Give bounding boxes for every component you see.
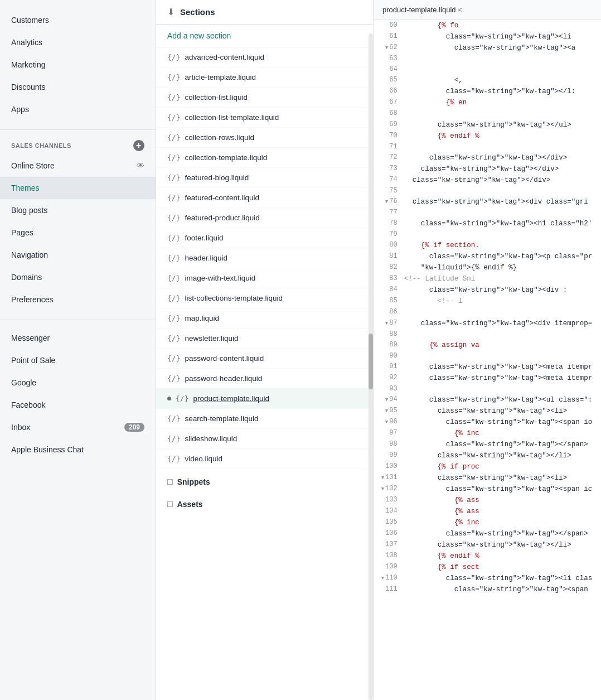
code-line: ▼94 class="kw-string">"kw-tag"><ul class…: [374, 394, 601, 405]
line-number: 105: [374, 517, 402, 528]
file-item[interactable]: {/} featured-blog.liquid: [156, 168, 373, 188]
code-line: 93: [374, 384, 601, 394]
line-number: ▼95: [374, 405, 402, 417]
fold-arrow-icon[interactable]: ▼: [385, 408, 388, 414]
file-item[interactable]: {/} newsletter.liquid: [156, 329, 373, 349]
liquid-file-icon: {/}: [167, 53, 180, 61]
line-number: 97: [374, 428, 402, 439]
line-number: 78: [374, 218, 402, 229]
liquid-file-icon: {/}: [167, 254, 180, 262]
line-content: {% endif %: [402, 131, 601, 142]
file-item[interactable]: {/} collection-rows.liquid: [156, 128, 373, 148]
file-item[interactable]: {/} collection-list.liquid: [156, 88, 373, 108]
snippets-group-header: □ Snippets: [156, 469, 373, 491]
sidebar-item-customers[interactable]: Customers: [0, 9, 156, 31]
fold-arrow-icon[interactable]: ▼: [385, 199, 388, 205]
file-item[interactable]: {/} featured-product.liquid: [156, 208, 373, 228]
sidebar-item-themes[interactable]: Themes: [0, 177, 156, 199]
file-item[interactable]: {/} product-template.liquid: [156, 389, 373, 409]
sidebar-item-facebook[interactable]: Facebook: [0, 394, 156, 416]
code-line: 72 class="kw-string">"kw-tag"></div>: [374, 152, 601, 163]
fold-arrow-icon[interactable]: ▼: [381, 475, 384, 481]
file-item[interactable]: {/} collection-list-template.liquid: [156, 108, 373, 128]
file-item[interactable]: {/} header.liquid: [156, 248, 373, 268]
code-line: 100 {% if proc: [374, 461, 601, 472]
sidebar-item-pages[interactable]: Pages: [0, 221, 156, 244]
file-name: featured-content.liquid: [185, 194, 259, 202]
sidebar-item-preferences[interactable]: Preferences: [0, 288, 156, 311]
sidebar-item-google[interactable]: Google: [0, 371, 156, 394]
fold-arrow-icon[interactable]: ▼: [385, 397, 388, 403]
line-number: 92: [374, 373, 402, 384]
fold-arrow-icon[interactable]: ▼: [381, 486, 384, 492]
add-new-section-link[interactable]: Add a new section: [156, 25, 373, 47]
file-item[interactable]: {/} video.liquid: [156, 449, 373, 469]
sidebar-item-blog-posts[interactable]: Blog posts: [0, 199, 156, 221]
file-item[interactable]: {/} password-header.liquid: [156, 369, 373, 389]
code-editor[interactable]: 60 {% fo61 class="kw-string">"kw-tag"><l…: [374, 20, 601, 700]
fold-arrow-icon[interactable]: ▼: [381, 576, 384, 581]
code-line: ▼101 class="kw-string">"kw-tag"><li>: [374, 472, 601, 484]
sidebar-item-inbox[interactable]: Inbox 209: [0, 416, 156, 438]
fold-arrow-icon[interactable]: ▼: [385, 419, 388, 425]
middle-panel: ⬇ Sections Add a new section {/} advance…: [156, 0, 374, 700]
code-line: 104 {% ass: [374, 506, 601, 517]
liquid-file-icon: {/}: [167, 173, 180, 182]
eye-icon[interactable]: 👁: [137, 161, 144, 170]
file-item[interactable]: {/} featured-content.liquid: [156, 188, 373, 208]
sidebar-item-point-of-sale[interactable]: Point of Sale: [0, 349, 156, 371]
liquid-file-icon: {/}: [167, 374, 180, 383]
line-content: {% endif %: [402, 551, 601, 562]
code-file-header: product-template.liquid <: [374, 0, 601, 20]
sidebar-item-analytics[interactable]: Analytics: [0, 31, 156, 54]
line-content: {% if sect: [402, 562, 601, 573]
add-sales-channel-button[interactable]: +: [133, 140, 144, 151]
line-content: [402, 186, 601, 196]
file-item[interactable]: {/} password-content.liquid: [156, 349, 373, 369]
sidebar-item-online-store[interactable]: Online Store 👁: [0, 155, 156, 177]
sidebar-item-navigation[interactable]: Navigation: [0, 244, 156, 266]
file-item[interactable]: {/} list-collections-template.liquid: [156, 288, 373, 308]
sidebar-item-marketing[interactable]: Marketing: [0, 54, 156, 76]
line-content: class="kw-string">"kw-tag"><meta itempr: [402, 361, 601, 373]
line-number: 73: [374, 163, 402, 175]
file-name: advanced-content.liquid: [185, 53, 264, 61]
file-item[interactable]: {/} footer.liquid: [156, 228, 373, 248]
code-line: 79: [374, 229, 601, 240]
code-line: 90: [374, 351, 601, 361]
code-line: 108 {% endif %: [374, 551, 601, 562]
sections-folder-icon: ⬇: [167, 7, 175, 17]
file-item[interactable]: {/} slideshow.liquid: [156, 429, 373, 449]
sidebar-item-apps[interactable]: Apps: [0, 98, 156, 120]
file-item[interactable]: {/} image-with-text.liquid: [156, 268, 373, 288]
scrollbar-track[interactable]: [369, 33, 373, 700]
line-content: [402, 108, 601, 119]
line-number: 103: [374, 495, 402, 506]
code-filename: product-template.liquid: [382, 6, 456, 14]
file-item[interactable]: {/} collection-template.liquid: [156, 148, 373, 168]
sidebar-item-domains[interactable]: Domains: [0, 266, 156, 288]
file-item[interactable]: {/} advanced-content.liquid: [156, 47, 373, 67]
file-name: header.liquid: [185, 254, 227, 262]
file-item[interactable]: {/} map.liquid: [156, 308, 373, 329]
line-content: [402, 142, 601, 152]
line-number: 60: [374, 20, 402, 31]
code-line: ▼76 class="kw-string">"kw-tag"><div clas…: [374, 196, 601, 207]
active-file-dot: [167, 397, 171, 400]
sidebar-item-discounts[interactable]: Discounts: [0, 76, 156, 98]
line-number: 85: [374, 296, 402, 307]
file-item[interactable]: {/} search-template.liquid: [156, 409, 373, 429]
line-number: 77: [374, 207, 402, 218]
line-content: [402, 329, 601, 340]
fold-arrow-icon[interactable]: ▼: [385, 45, 388, 51]
file-item[interactable]: {/} article-template.liquid: [156, 67, 373, 88]
line-number: 104: [374, 506, 402, 517]
sidebar-item-apple-business-chat[interactable]: Apple Business Chat: [0, 438, 156, 461]
line-number: 89: [374, 340, 402, 351]
sidebar-item-messenger[interactable]: Messenger: [0, 327, 156, 349]
fold-arrow-icon[interactable]: ▼: [385, 321, 388, 326]
scrollbar-thumb[interactable]: [369, 334, 373, 389]
file-name: featured-product.liquid: [185, 214, 259, 222]
code-line: ▼96 class="kw-string">"kw-tag"><span io: [374, 417, 601, 428]
line-number: 74: [374, 175, 402, 186]
